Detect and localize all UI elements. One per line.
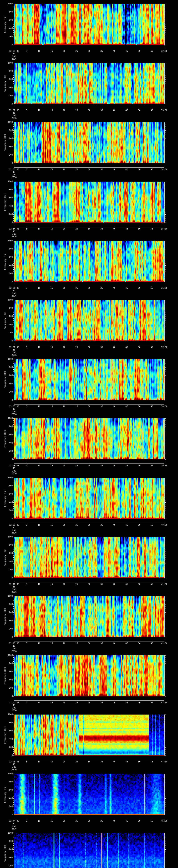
y-tick-label: 800 bbox=[2, 721, 13, 724]
y-tick-label: 0 bbox=[2, 43, 13, 46]
y-axis-title: Frequency (Hz) bbox=[4, 359, 6, 400]
y-tick-label: 400 bbox=[2, 205, 13, 207]
spectrogram-panel: Frequency (Hz)1000800600400200012:33:005… bbox=[0, 118, 178, 178]
date-line: 13 bbox=[4, 230, 25, 232]
panel-end-time-label: 41:00 bbox=[154, 583, 175, 585]
y-axis-title: Frequency (Hz) bbox=[4, 478, 6, 519]
y-axis-title: Frequency (Hz) bbox=[4, 418, 6, 459]
y-tick-label: 400 bbox=[2, 87, 13, 89]
panel-end-time-label: 44:00 bbox=[154, 761, 175, 763]
y-axis-title: Frequency (Hz) bbox=[4, 122, 6, 163]
y-tick-label: 600 bbox=[2, 789, 13, 791]
y-tick-label: 400 bbox=[2, 620, 13, 622]
y-tick-label: 0 bbox=[2, 221, 13, 224]
y-tick-label: 0 bbox=[2, 340, 13, 342]
y-tick-label: 800 bbox=[2, 485, 13, 487]
spectrogram-panel: Frequency (Hz)1000800600400200012:43:005… bbox=[0, 711, 178, 770]
y-tick-label: 600 bbox=[2, 315, 13, 317]
panel-end-time-label: 36:00 bbox=[154, 287, 175, 289]
y-tick-label: 1000 bbox=[2, 180, 13, 183]
y-tick-label: 1000 bbox=[2, 773, 13, 775]
date-line: Jul bbox=[4, 233, 25, 235]
y-tick-label: 600 bbox=[2, 19, 13, 21]
date-line: Jul bbox=[4, 351, 25, 353]
y-tick-label: 0 bbox=[2, 695, 13, 698]
panel-end-time-label: 40:00 bbox=[154, 524, 175, 526]
y-tick-label: 1000 bbox=[2, 654, 13, 656]
y-tick-label: 400 bbox=[2, 679, 13, 681]
spectrogram-panel: Frequency (Hz)1000800600400200012:31:005… bbox=[0, 0, 178, 59]
spectrogram-panel: Frequency (Hz)1000800600400200012:34:005… bbox=[0, 178, 178, 237]
spectrogram-panel: Frequency (Hz)1000800600400200012:39:005… bbox=[0, 474, 178, 533]
y-tick-label: 200 bbox=[2, 568, 13, 571]
y-tick-label: 600 bbox=[2, 730, 13, 732]
y-tick-label: 200 bbox=[2, 332, 13, 334]
y-tick-label: 400 bbox=[2, 264, 13, 267]
y-tick-label: 400 bbox=[2, 323, 13, 326]
spectrogram-panel: Frequency (Hz)1000800600400200012:45:005… bbox=[0, 829, 178, 868]
y-axis-title: Frequency (Hz) bbox=[4, 596, 6, 637]
y-tick-label: 800 bbox=[2, 248, 13, 250]
y-tick-label: 1000 bbox=[2, 62, 13, 64]
panel-end-time-label: 35:00 bbox=[154, 228, 175, 230]
date-line: Jul bbox=[4, 648, 25, 650]
date-line: Jul bbox=[4, 410, 25, 413]
y-tick-label: 0 bbox=[2, 399, 13, 401]
y-tick-label: 600 bbox=[2, 78, 13, 81]
y-tick-label: 200 bbox=[2, 509, 13, 512]
date-line: Jul bbox=[4, 825, 25, 827]
y-axis-title: Frequency (Hz) bbox=[4, 4, 6, 45]
y-tick-label: 1000 bbox=[2, 417, 13, 420]
date-line: Jul bbox=[4, 588, 25, 591]
y-tick-label: 600 bbox=[2, 848, 13, 850]
spectrogram-panel: Frequency (Hz)1000800600400200012:36:005… bbox=[0, 296, 178, 355]
y-tick-label: 200 bbox=[2, 687, 13, 689]
spectrogram-panel: Frequency (Hz)1000800600400200012:44:005… bbox=[0, 770, 178, 829]
y-tick-label: 400 bbox=[2, 857, 13, 859]
y-tick-label: 0 bbox=[2, 281, 13, 283]
spectrogram-panel: Frequency (Hz)1000800600400200012:38:005… bbox=[0, 414, 178, 474]
y-tick-label: 200 bbox=[2, 865, 13, 867]
y-tick-label: 200 bbox=[2, 272, 13, 275]
panel-end-time-label: 32:00 bbox=[154, 50, 175, 52]
y-tick-label: 400 bbox=[2, 738, 13, 740]
y-tick-label: 600 bbox=[2, 197, 13, 199]
y-tick-label: 1000 bbox=[2, 536, 13, 538]
date-line: 13 bbox=[4, 408, 25, 410]
y-tick-label: 400 bbox=[2, 383, 13, 385]
y-tick-label: 1000 bbox=[2, 3, 13, 5]
spectrogram-panel: Frequency (Hz)1000800600400200012:32:005… bbox=[0, 59, 178, 119]
y-tick-label: 200 bbox=[2, 95, 13, 97]
panel-end-time-label: 33:00 bbox=[154, 109, 175, 112]
date-line: Jul bbox=[4, 766, 25, 768]
date-line: Jul bbox=[4, 707, 25, 709]
date-line: 13 bbox=[4, 527, 25, 529]
y-axis-title: Frequency (Hz) bbox=[4, 241, 6, 282]
date-line: Jul bbox=[4, 292, 25, 294]
date-line: 13 bbox=[4, 467, 25, 469]
y-tick-label: 0 bbox=[2, 577, 13, 579]
y-tick-label: 800 bbox=[2, 603, 13, 606]
y-tick-label: 1000 bbox=[2, 713, 13, 716]
date-line: Jul bbox=[4, 174, 25, 176]
y-tick-label: 0 bbox=[2, 458, 13, 460]
panel-end-time-label: 37:00 bbox=[154, 346, 175, 348]
y-axis-title: Frequency (Hz) bbox=[4, 537, 6, 578]
spectrogram-panel: Frequency (Hz)1000800600400200012:37:005… bbox=[0, 355, 178, 415]
y-tick-label: 400 bbox=[2, 501, 13, 503]
y-axis-title: Frequency (Hz) bbox=[4, 182, 6, 222]
y-tick-label: 600 bbox=[2, 137, 13, 140]
y-tick-label: 0 bbox=[2, 162, 13, 164]
date-line: 13 bbox=[4, 53, 25, 55]
y-tick-label: 800 bbox=[2, 129, 13, 131]
spectrogram-panel: Frequency (Hz)1000800600400200012:41:005… bbox=[0, 592, 178, 652]
y-tick-label: 0 bbox=[2, 636, 13, 638]
y-tick-label: 600 bbox=[2, 374, 13, 376]
y-axis-title: Frequency (Hz) bbox=[4, 63, 6, 104]
date-line: Jul bbox=[4, 55, 25, 58]
date-line: 13 bbox=[4, 112, 25, 114]
y-tick-label: 400 bbox=[2, 442, 13, 444]
y-tick-label: 800 bbox=[2, 366, 13, 368]
y-tick-label: 800 bbox=[2, 662, 13, 664]
y-tick-label: 800 bbox=[2, 189, 13, 191]
